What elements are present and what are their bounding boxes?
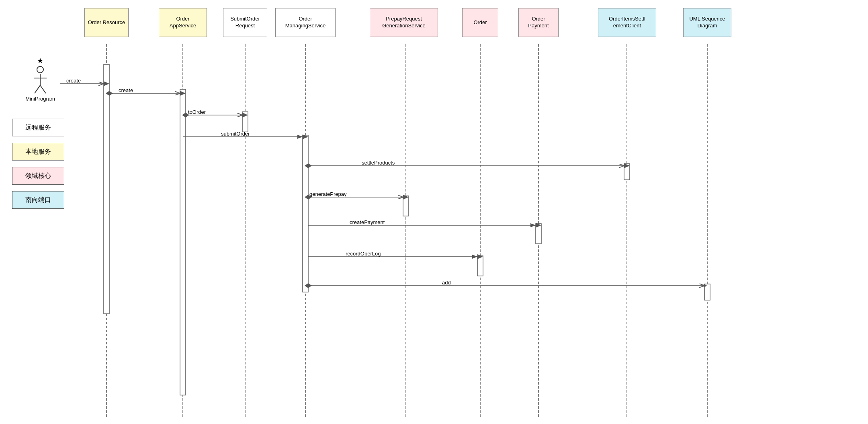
svg-line-42 bbox=[40, 85, 46, 93]
msg-settleproducts: settleProducts bbox=[362, 160, 395, 166]
lifeline-orderappservice: OrderAppService bbox=[159, 8, 207, 37]
svg-rect-13 bbox=[403, 196, 409, 216]
legend-remote: 远程服务 bbox=[12, 119, 64, 136]
lifeline-orderrepository: UML Sequence Diagram bbox=[683, 8, 731, 37]
msg-recordoperlog: recordOperLog bbox=[346, 251, 381, 257]
lifeline-orderitemssettlementclient-label: OrderItemsSettlementClient bbox=[609, 16, 645, 29]
lifeline-submitorderrequest-label: SubmitOrderRequest bbox=[230, 16, 260, 29]
svg-rect-10 bbox=[180, 89, 186, 395]
actor-miniprogram: ★ MiniProgram bbox=[24, 56, 56, 102]
legend-remote-label: 远程服务 bbox=[25, 123, 51, 132]
legend-southbound: 南向端口 bbox=[12, 191, 64, 209]
svg-rect-14 bbox=[536, 224, 541, 244]
svg-marker-36 bbox=[536, 223, 541, 228]
legend-southbound-label: 南向端口 bbox=[25, 196, 51, 204]
svg-marker-35 bbox=[403, 195, 409, 200]
lifeline-orderitemssettlementclient: OrderItemsSettlementClient bbox=[598, 8, 656, 37]
msg-createpayment: createPayment bbox=[350, 219, 385, 225]
svg-marker-34 bbox=[624, 163, 630, 168]
legend-local-label: 本地服务 bbox=[25, 148, 51, 156]
svg-rect-12 bbox=[303, 135, 308, 292]
legend-domain: 领域核心 bbox=[12, 167, 64, 185]
lifeline-ordermanagingservice-label: OrderManagingService bbox=[285, 16, 326, 29]
lifeline-orderresource-label: Order Resource bbox=[88, 19, 125, 26]
legend-domain-label: 领域核心 bbox=[25, 172, 51, 180]
lifeline-orderresource: Order Resource bbox=[84, 8, 129, 37]
svg-marker-31 bbox=[180, 91, 186, 96]
actor-head bbox=[37, 66, 44, 73]
actor-body bbox=[32, 74, 48, 94]
lifeline-orderpayment: OrderPayment bbox=[518, 8, 559, 37]
msg-create-actor: create bbox=[66, 78, 81, 84]
svg-rect-15 bbox=[477, 256, 483, 276]
lifeline-submitorderrequest: SubmitOrderRequest bbox=[223, 8, 267, 37]
lifeline-orderappservice-label: OrderAppService bbox=[170, 16, 196, 29]
msg-submitorder: submitOrder bbox=[221, 131, 250, 137]
lifeline-prepayrequestgenerationservice: PrepayRequestGenerationService bbox=[370, 8, 438, 37]
lifeline-ordermanagingservice: OrderManagingService bbox=[275, 8, 336, 37]
svg-rect-17 bbox=[704, 284, 710, 300]
svg-rect-9 bbox=[104, 64, 109, 314]
actor-star: ★ bbox=[24, 56, 56, 65]
lifeline-orderpayment-label: OrderPayment bbox=[528, 16, 549, 29]
lifeline-prepayrequestgenerationservice-label: PrepayRequestGenerationService bbox=[382, 16, 426, 29]
svg-marker-30 bbox=[104, 81, 109, 86]
msg-create-appservice: create bbox=[119, 87, 133, 93]
actor-label: MiniProgram bbox=[24, 96, 56, 102]
svg-marker-37 bbox=[477, 254, 483, 259]
msg-toorder: toOrder bbox=[188, 109, 206, 115]
legend-local: 本地服务 bbox=[12, 143, 64, 161]
lifeline-order-label: Order bbox=[473, 19, 487, 26]
svg-rect-16 bbox=[624, 164, 630, 180]
lifeline-orderrepository-label: UML Sequence Diagram bbox=[684, 16, 731, 29]
svg-marker-38 bbox=[702, 284, 707, 287]
arrows-layer bbox=[0, 0, 868, 424]
diagram-container: Order Resource OrderAppService SubmitOrd… bbox=[0, 0, 868, 424]
msg-add: add bbox=[442, 280, 451, 286]
svg-marker-33 bbox=[303, 134, 308, 139]
msg-generateprepay: generatePrepay bbox=[309, 191, 347, 197]
svg-line-41 bbox=[35, 85, 40, 93]
svg-marker-32 bbox=[242, 113, 248, 117]
lifeline-order: Order bbox=[462, 8, 498, 37]
svg-rect-11 bbox=[242, 112, 248, 132]
